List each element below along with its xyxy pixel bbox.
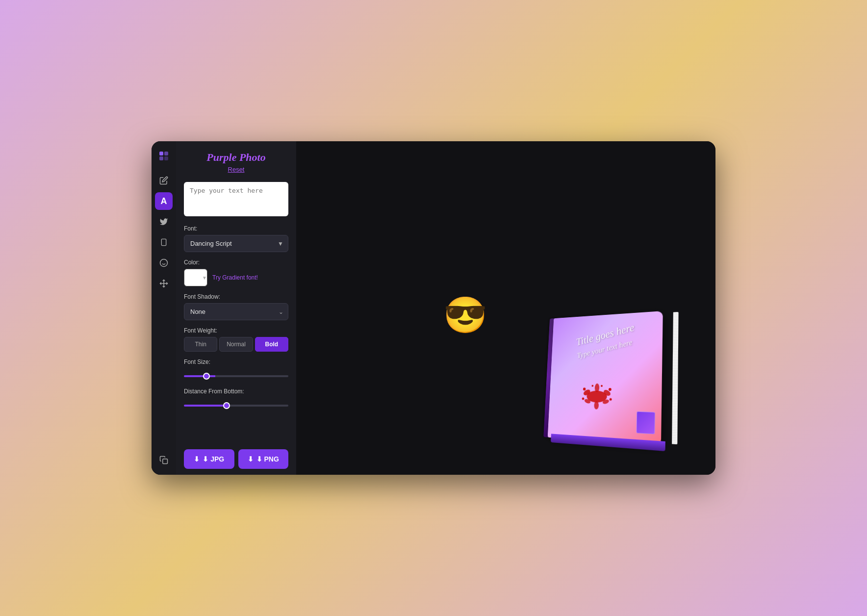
emoji-element[interactable]: 😎 bbox=[443, 294, 487, 335]
text-input-group bbox=[184, 182, 288, 218]
shadow-label: Font Shadow: bbox=[184, 293, 288, 300]
color-swatch-button[interactable]: ▼ bbox=[184, 269, 207, 286]
font-select[interactable]: Dancing ScriptArialGeorgiaRobotoLato bbox=[184, 235, 288, 252]
svg-point-21 bbox=[582, 397, 585, 400]
text-icon: A bbox=[161, 196, 167, 206]
gradient-link[interactable]: Try Gradient font! bbox=[212, 274, 258, 281]
distance-label: Distance From Bottom: bbox=[184, 388, 288, 395]
distance-group: Distance From Bottom: bbox=[184, 388, 288, 411]
mobile-icon-button[interactable] bbox=[155, 233, 173, 251]
color-label: Color: bbox=[184, 259, 288, 266]
emoji-icon-button[interactable] bbox=[155, 254, 173, 272]
color-swatch-inner bbox=[184, 272, 200, 283]
app-window: A bbox=[152, 141, 715, 475]
download-jpg-button[interactable]: ⬇ ⬇ JPG bbox=[184, 449, 234, 469]
text-icon-button[interactable]: A bbox=[155, 192, 173, 210]
text-input[interactable] bbox=[184, 182, 288, 216]
svg-rect-11 bbox=[163, 459, 168, 464]
svg-point-18 bbox=[594, 401, 599, 409]
weight-normal-button[interactable]: Normal bbox=[219, 337, 253, 352]
splat-decoration bbox=[578, 382, 616, 414]
shadow-select[interactable]: NoneLightMediumHeavy bbox=[184, 303, 288, 320]
shadow-group: Font Shadow: NoneLightMediumHeavy ⌄ bbox=[184, 293, 288, 320]
color-dropdown-arrow: ▼ bbox=[202, 275, 207, 281]
sidebar: Purple Photo Reset Font: Dancing ScriptA… bbox=[176, 141, 296, 475]
svg-rect-1 bbox=[164, 152, 168, 155]
svg-rect-2 bbox=[159, 156, 163, 160]
reset-link[interactable]: Reset bbox=[184, 166, 288, 173]
download-jpg-icon: ⬇ bbox=[194, 455, 200, 463]
svg-point-20 bbox=[609, 388, 612, 391]
download-jpg-label: ⬇ JPG bbox=[203, 455, 224, 463]
color-row: ▼ Try Gradient font! bbox=[184, 269, 288, 286]
size-slider[interactable] bbox=[184, 375, 288, 377]
shadow-select-wrapper: NoneLightMediumHeavy ⌄ bbox=[184, 303, 288, 320]
download-png-button[interactable]: ⬇ ⬇ PNG bbox=[238, 449, 289, 469]
sidebar-body: Font: Dancing ScriptArialGeorgiaRobotoLa… bbox=[176, 177, 296, 443]
book-pages bbox=[672, 312, 679, 444]
move-icon-button[interactable] bbox=[155, 275, 173, 292]
book-element[interactable]: Title goes here Type your text here bbox=[543, 305, 679, 452]
sidebar-header: Purple Photo Reset bbox=[176, 141, 296, 177]
svg-rect-0 bbox=[159, 152, 163, 155]
font-select-wrapper: Dancing ScriptArialGeorgiaRobotoLato ▼ bbox=[184, 235, 288, 252]
weight-label: Font Weight: bbox=[184, 327, 288, 334]
book-cover: Title goes here Type your text here bbox=[548, 311, 663, 445]
icon-bar: A bbox=[152, 141, 176, 475]
canvas-area: 😎 Title goes here Type your text here bbox=[296, 141, 715, 475]
weight-bold-button[interactable]: Bold bbox=[255, 337, 288, 352]
svg-rect-3 bbox=[164, 156, 168, 160]
logo-icon bbox=[155, 147, 173, 165]
distance-slider-container bbox=[184, 398, 288, 411]
svg-point-24 bbox=[601, 385, 603, 387]
font-label: Font: bbox=[184, 225, 288, 232]
twitter-icon-button[interactable] bbox=[155, 213, 173, 231]
color-group: Color: ▼ Try Gradient font! bbox=[184, 259, 288, 286]
sidebar-footer: ⬇ ⬇ JPG ⬇ ⬇ PNG bbox=[176, 443, 296, 475]
download-png-icon: ⬇ bbox=[248, 455, 254, 463]
download-png-label: ⬇ PNG bbox=[256, 455, 279, 463]
book-cover-text: Title goes here Type your text here bbox=[556, 326, 658, 355]
size-label: Font Size: bbox=[184, 359, 288, 365]
weight-group: Font Weight: Thin Normal Bold bbox=[184, 327, 288, 352]
weight-buttons: Thin Normal Bold bbox=[184, 337, 288, 352]
size-slider-container bbox=[184, 368, 288, 381]
size-group: Font Size: bbox=[184, 359, 288, 381]
book-container: Title goes here Type your text here bbox=[543, 305, 679, 452]
edit-icon-button[interactable] bbox=[155, 172, 173, 189]
app-title: Purple Photo bbox=[184, 151, 288, 164]
weight-thin-button[interactable]: Thin bbox=[184, 337, 217, 352]
svg-point-23 bbox=[591, 385, 593, 387]
book-thumbnail bbox=[636, 411, 655, 435]
svg-point-6 bbox=[160, 259, 168, 267]
svg-point-19 bbox=[583, 387, 586, 390]
font-group: Font: Dancing ScriptArialGeorgiaRobotoLa… bbox=[184, 225, 288, 252]
distance-slider[interactable] bbox=[184, 405, 288, 407]
svg-point-22 bbox=[610, 398, 612, 401]
copy-icon-button[interactable] bbox=[155, 451, 173, 469]
